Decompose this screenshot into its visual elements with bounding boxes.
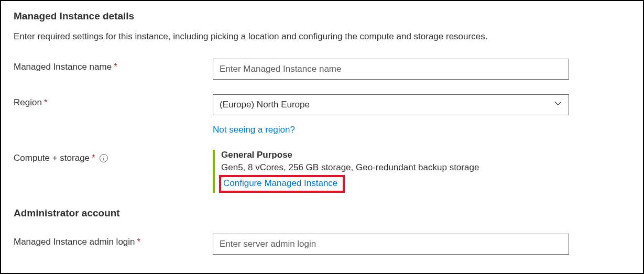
row-admin-login: Managed Instance admin login * [14, 234, 630, 255]
label-admin-login: Managed Instance admin login * [14, 234, 213, 247]
configure-link-highlight: Configure Managed Instance [219, 175, 345, 193]
instance-name-input[interactable] [213, 59, 569, 80]
required-asterisk: * [114, 62, 117, 72]
label-instance-name-text: Managed Instance name [14, 62, 112, 72]
compute-tier: General Purpose [221, 150, 569, 160]
label-compute-storage: Compute + storage * i [14, 150, 213, 163]
row-compute-storage: Compute + storage * i General Purpose Ge… [14, 150, 630, 193]
admin-login-input[interactable] [213, 234, 569, 255]
label-region: Region * [14, 94, 213, 108]
section-title-admin: Administrator account [14, 207, 630, 219]
control-wrap-compute: General Purpose Gen5, 8 vCores, 256 GB s… [213, 150, 569, 193]
label-compute-storage-text: Compute + storage [14, 153, 90, 163]
section-description: Enter required settings for this instanc… [14, 31, 630, 42]
row-instance-name: Managed Instance name * [14, 59, 630, 80]
control-wrap-instance-name [213, 59, 569, 80]
section-title-details: Managed Instance details [14, 10, 630, 22]
managed-instance-form: Managed Instance details Enter required … [0, 0, 644, 274]
info-icon[interactable]: i [100, 154, 108, 162]
region-help-row: Not seeing a region? [213, 125, 630, 135]
label-admin-login-text: Managed Instance admin login [14, 237, 135, 247]
compute-summary-block: General Purpose Gen5, 8 vCores, 256 GB s… [213, 150, 569, 193]
chevron-down-icon [554, 100, 562, 111]
label-instance-name: Managed Instance name * [14, 59, 213, 72]
required-asterisk: * [92, 153, 95, 163]
required-asterisk: * [137, 237, 141, 247]
region-help-link[interactable]: Not seeing a region? [213, 125, 295, 135]
region-select[interactable]: (Europe) North Europe [213, 94, 569, 115]
compute-specs: Gen5, 8 vCores, 256 GB storage, Geo-redu… [221, 162, 569, 173]
required-asterisk: * [44, 97, 48, 108]
row-region: Region * (Europe) North Europe [14, 94, 630, 115]
control-wrap-admin-login [213, 234, 569, 255]
region-selected-value: (Europe) North Europe [220, 100, 310, 110]
label-region-text: Region [14, 97, 42, 108]
control-wrap-region: (Europe) North Europe [213, 94, 569, 115]
configure-managed-instance-link[interactable]: Configure Managed Instance [223, 178, 337, 188]
